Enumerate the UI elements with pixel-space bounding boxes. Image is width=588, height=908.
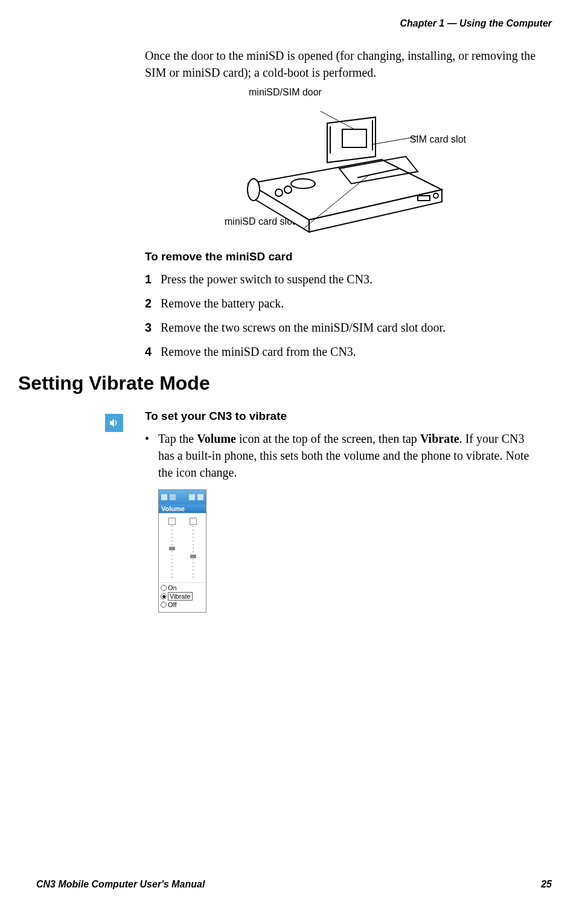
footer-manual-title: CN3 Mobile Computer User's Manual — [36, 879, 205, 890]
volume-slider-left[interactable] — [168, 518, 176, 578]
svg-point-6 — [284, 186, 292, 193]
list-item: 4 Remove the miniSD card from the CN3. — [145, 343, 540, 360]
speaker-icon — [105, 414, 123, 432]
page-header: Chapter 1 — Using the Computer — [36, 18, 552, 29]
remove-steps-list: 1 Press the power switch to suspend the … — [145, 271, 540, 360]
chapter-title: Chapter 1 — Using the Computer — [400, 18, 552, 28]
slider-track-line — [171, 526, 173, 578]
volume-slider-right[interactable] — [189, 518, 197, 578]
step-text: Remove the two screws on the miniSD/SIM … — [161, 319, 446, 336]
volume-popup-screenshot: Volume On Vibrate — [158, 489, 206, 613]
svg-line-11 — [372, 137, 418, 144]
intro-paragraph: Once the door to the miniSD is opened (f… — [145, 47, 540, 81]
option-label: On — [168, 584, 177, 591]
bullet-text-part: icon at the top of the screen, then tap — [236, 432, 420, 445]
option-vibrate[interactable]: Vibrate — [161, 592, 204, 601]
step-number: 3 — [145, 319, 161, 336]
titlebar-icon — [197, 494, 203, 500]
speaker-icon-svg — [108, 417, 120, 429]
vibrate-heading: To set your CN3 to vibrate — [145, 410, 540, 423]
step-text: Remove the miniSD card from the CN3. — [161, 343, 356, 360]
titlebar-icon — [170, 494, 176, 500]
step-number: 1 — [145, 271, 161, 288]
option-label-selected: Vibrate — [168, 592, 193, 601]
titlebar-icon — [161, 494, 167, 500]
device-illustration — [237, 111, 454, 238]
step-text: Press the power switch to suspend the CN… — [161, 271, 372, 288]
radio-icon[interactable] — [161, 593, 167, 599]
device-diagram: miniSD/SIM door SIM card slot miniSD car… — [206, 87, 478, 244]
page-footer: CN3 Mobile Computer User's Manual 25 — [36, 879, 552, 890]
svg-point-8 — [433, 193, 438, 198]
slider-track-line — [193, 526, 194, 578]
screenshot-titlebar — [159, 490, 206, 504]
vibrate-content: To set your CN3 to vibrate • Tap the Vol… — [145, 410, 540, 613]
option-label: Off — [168, 601, 176, 608]
remove-heading: To remove the miniSD card — [145, 250, 540, 263]
bullet-marker: • — [145, 430, 158, 481]
radio-icon[interactable] — [161, 602, 167, 608]
diagram-label-sim-door: miniSD/SIM door — [249, 87, 322, 98]
svg-point-5 — [275, 189, 283, 196]
titlebar-icon — [189, 494, 195, 500]
step-number: 4 — [145, 343, 161, 360]
volume-panel-title: Volume — [159, 504, 206, 514]
list-item: 1 Press the power switch to suspend the … — [145, 271, 540, 288]
slider-thumb[interactable] — [190, 555, 196, 558]
svg-point-0 — [248, 179, 260, 201]
list-item: 2 Remove the battery pack. — [145, 295, 540, 312]
bullet-bold-volume: Volume — [197, 432, 236, 445]
slider-thumb[interactable] — [169, 547, 175, 550]
bullet-bold-vibrate: Vibrate — [420, 432, 459, 445]
section-heading-vibrate: Setting Vibrate Mode — [18, 372, 552, 394]
vibrate-bullet: • Tap the Volume icon at the top of the … — [145, 430, 540, 481]
step-number: 2 — [145, 295, 161, 312]
phone-small-icon — [190, 518, 197, 525]
volume-options: On Vibrate Off — [159, 583, 206, 612]
footer-page-number: 25 — [541, 879, 552, 890]
step-text: Remove the battery pack. — [161, 295, 284, 312]
list-item: 3 Remove the two screws on the miniSD/SI… — [145, 319, 540, 336]
content-area: Once the door to the miniSD is opened (f… — [145, 47, 540, 360]
speaker-small-icon — [168, 518, 176, 525]
volume-sliders-area — [159, 514, 206, 583]
option-off[interactable]: Off — [161, 601, 204, 608]
radio-icon[interactable] — [161, 585, 167, 591]
bullet-text-part: Tap the — [158, 432, 197, 445]
bullet-text: Tap the Volume icon at the top of the sc… — [158, 430, 540, 481]
option-on[interactable]: On — [161, 584, 204, 591]
